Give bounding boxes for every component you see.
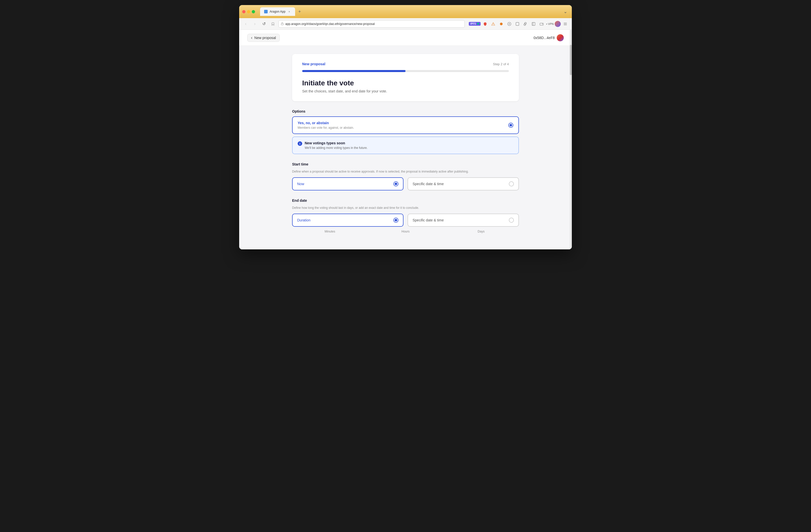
svg-point-1 <box>500 22 503 25</box>
page-subheading: Set the choices, start date, and end dat… <box>302 89 509 93</box>
now-radio[interactable] <box>393 181 398 186</box>
proposal-title-label: New proposal <box>302 62 325 66</box>
option-description: Members can vote for, against, or abstai… <box>297 126 354 129</box>
chevron-down-icon[interactable]: ⌄ <box>562 8 569 15</box>
now-label: Now <box>297 182 304 186</box>
end-date-label: End date <box>292 199 519 203</box>
specific-date-time-end-option[interactable]: Specific date & time <box>408 214 519 227</box>
profile-avatar[interactable] <box>555 21 561 27</box>
forward-nav-button[interactable]: › <box>251 20 258 28</box>
proposal-card: New proposal Step 2 of 4 Initiate the vo… <box>292 54 519 101</box>
yes-no-abstain-option[interactable]: Yes, no, or abstain Members can vote for… <box>292 116 519 134</box>
tab-title: Aragon App <box>270 10 286 13</box>
minutes-input-group: Minutes <box>292 230 368 233</box>
progress-bar-fill <box>302 70 406 72</box>
maximize-window-button[interactable] <box>252 10 255 13</box>
new-tab-button[interactable]: + <box>296 8 303 15</box>
reload-button[interactable]: ↺ <box>260 20 267 28</box>
scrollbar-thumb[interactable] <box>570 45 572 75</box>
specific-date-time-end-label: Specific date & time <box>413 218 444 222</box>
duration-inputs: Minutes Hours Days <box>292 230 519 233</box>
svg-rect-4 <box>532 22 535 26</box>
back-label: New proposal <box>254 36 276 40</box>
proposal-header: New proposal Step 2 of 4 <box>302 62 509 66</box>
extension2-icon[interactable] <box>514 20 521 28</box>
app-content: ‹ New proposal 0x58D...4eF8 New proposal… <box>239 30 572 249</box>
bookmark-icon[interactable] <box>270 20 276 28</box>
info-option-description: We'll be adding more voting types in the… <box>305 146 368 150</box>
main-content: New proposal Step 2 of 4 Initiate the vo… <box>239 46 572 249</box>
ipfs-badge: IPFS <box>469 22 480 26</box>
end-date-description: Define how long the voting should last i… <box>292 206 519 210</box>
start-time-options: Now Specific date & time <box>292 177 519 190</box>
browser-window: Aragon App × + ⌄ ‹ › ↺ app.aragon.org/#/… <box>239 5 572 249</box>
wallet-icon[interactable] <box>538 20 545 28</box>
minimize-window-button[interactable] <box>247 10 250 13</box>
tab-bar: Aragon App × + <box>260 7 303 16</box>
info-icon: ℹ <box>297 141 302 146</box>
tab-close-button[interactable]: × <box>288 10 291 13</box>
vpn-label: • VPN <box>546 22 554 26</box>
end-date-section: End date Define how long the voting shou… <box>292 199 519 233</box>
wallet-avatar[interactable] <box>557 34 564 41</box>
page-heading: Initiate the vote <box>302 79 509 87</box>
warning-icon[interactable] <box>490 20 497 28</box>
specific-date-time-start-radio[interactable] <box>509 181 514 186</box>
radio-button-selected[interactable] <box>508 123 514 128</box>
specific-date-time-end-radio[interactable] <box>509 218 514 223</box>
app-content-wrapper: ‹ New proposal 0x58D...4eF8 New proposal… <box>239 30 572 249</box>
step-info: Step 2 of 4 <box>493 62 509 66</box>
browser-tab-active[interactable]: Aragon App × <box>260 7 295 16</box>
url-text: app.aragon.org/#/daos/goerli/qn.dao.eth/… <box>285 22 462 26</box>
end-date-options: Duration Specific date & time <box>292 214 519 227</box>
tab-favicon <box>264 10 267 13</box>
title-bar: Aragon App × + ⌄ <box>239 5 572 18</box>
days-label: Days <box>478 230 484 233</box>
extension1-icon[interactable] <box>506 20 513 28</box>
minutes-label: Minutes <box>325 230 335 233</box>
traffic-lights <box>242 10 255 13</box>
duration-option[interactable]: Duration <box>292 214 403 227</box>
option-card-content: Yes, no, or abstain Members can vote for… <box>297 121 354 129</box>
back-icon: ‹ <box>251 35 252 40</box>
info-option-title: New votings types soon <box>305 141 368 145</box>
form-section: Options Yes, no, or abstain Members can … <box>292 109 519 241</box>
svg-rect-0 <box>281 24 284 25</box>
start-time-description: Define when a proposal should be active … <box>292 169 519 174</box>
specific-date-time-start-label: Specific date & time <box>413 182 444 186</box>
sidebar-icon[interactable] <box>530 20 537 28</box>
option-title: Yes, no, or abstain <box>297 121 354 125</box>
options-label: Options <box>292 109 519 113</box>
start-time-section: Start time Define when a proposal should… <box>292 162 519 190</box>
browser-extensions: IPFS <box>469 20 569 28</box>
hours-input-group: Hours <box>368 230 443 233</box>
svg-rect-3 <box>516 22 519 26</box>
now-option[interactable]: Now <box>292 177 403 190</box>
wallet-address: 0x58D...4eF8 <box>534 36 555 40</box>
info-card-content: ℹ New votings types soon We'll be adding… <box>297 141 368 150</box>
new-voting-types-card: ℹ New votings types soon We'll be adding… <box>292 137 519 154</box>
scrollbar[interactable] <box>570 30 572 249</box>
wallet-info: 0x58D...4eF8 <box>534 34 564 41</box>
brave-shield-icon[interactable] <box>481 20 489 28</box>
progress-bar-container <box>302 70 509 72</box>
days-input-group: Days <box>443 230 519 233</box>
back-nav-button[interactable]: ‹ <box>242 20 249 28</box>
toolbar: ‹ › ↺ app.aragon.org/#/daos/goerli/qn.da… <box>239 18 572 30</box>
hours-label: Hours <box>401 230 410 233</box>
lock-icon <box>281 22 284 26</box>
back-to-proposals-button[interactable]: ‹ New proposal <box>247 34 280 42</box>
metamask-icon[interactable] <box>498 20 505 28</box>
puzzle-icon[interactable] <box>522 20 529 28</box>
specific-date-time-start-option[interactable]: Specific date & time <box>408 177 519 190</box>
duration-radio[interactable] <box>393 218 398 223</box>
options-section: Options Yes, no, or abstain Members can … <box>292 109 519 154</box>
address-bar[interactable]: app.aragon.org/#/daos/goerli/qn.dao.eth/… <box>278 20 465 28</box>
duration-label: Duration <box>297 218 310 222</box>
menu-icon[interactable] <box>562 20 569 28</box>
close-window-button[interactable] <box>242 10 245 13</box>
app-header: ‹ New proposal 0x58D...4eF8 <box>239 30 572 46</box>
start-time-label: Start time <box>292 162 519 166</box>
